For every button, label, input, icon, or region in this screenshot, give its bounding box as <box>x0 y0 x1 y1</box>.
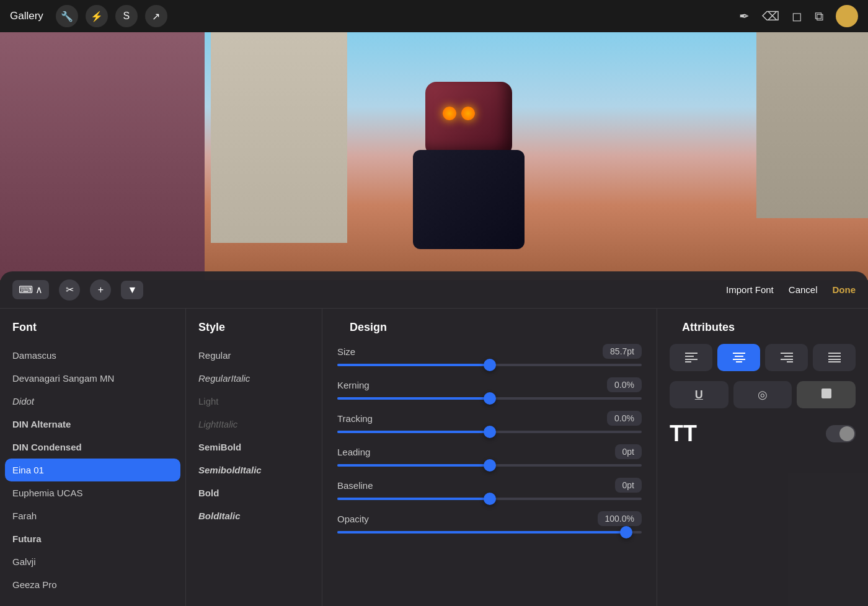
font-item-galvji[interactable]: Galvji <box>0 550 185 573</box>
baseline-slider[interactable] <box>337 498 642 500</box>
toolbar-row: ⌨ ∧ ✂ + ▼ Import Font Cancel Done <box>0 271 868 309</box>
building-left <box>0 32 205 280</box>
svg-rect-2 <box>685 359 698 360</box>
font-item-din-alternate[interactable]: DIN Alternate <box>0 413 185 436</box>
baseline-label: Baseline <box>337 480 373 491</box>
tracking-slider-thumb[interactable] <box>484 426 496 438</box>
baseline-value: 0pt <box>615 478 642 493</box>
design-row-kerning: Kerning 0.0% <box>337 377 642 400</box>
align-right-button[interactable] <box>765 344 808 371</box>
style-column: Style Regular RegularItalic Light LightI… <box>186 309 322 606</box>
style-regular-italic[interactable]: RegularItalic <box>186 367 322 390</box>
font-column-header: Font <box>0 321 185 344</box>
import-font-button[interactable]: Import Font <box>726 284 774 295</box>
cancel-button[interactable]: Cancel <box>789 284 818 295</box>
scissors-button[interactable]: ✂ <box>59 279 80 301</box>
layers-icon[interactable]: ⧉ <box>815 9 823 24</box>
tracking-label: Tracking <box>337 413 373 424</box>
add-button[interactable]: + <box>90 279 111 301</box>
size-value: 85.7pt <box>603 344 642 359</box>
tracking-value: 0.0% <box>607 411 642 426</box>
format-buttons-row: U ◎ <box>670 381 856 408</box>
svg-rect-1 <box>685 356 694 357</box>
underline-button[interactable]: U <box>670 381 728 408</box>
font-item-devanagari[interactable]: Devanagari Sangam MN <box>0 367 185 390</box>
eraser-icon[interactable]: ⌫ <box>762 9 779 24</box>
opacity-value: 100.0% <box>598 511 642 526</box>
baseline-slider-fill <box>337 498 490 500</box>
svg-rect-12 <box>828 353 841 354</box>
style-bold-italic[interactable]: BoldItalic <box>186 504 322 527</box>
font-item-futura[interactable]: Futura <box>0 527 185 550</box>
robot-eye-left <box>443 107 456 120</box>
leading-slider-thumb[interactable] <box>484 459 496 472</box>
dropdown-button[interactable]: ▼ <box>121 281 143 299</box>
svg-rect-0 <box>685 353 698 354</box>
font-item-euphemia[interactable]: Euphemia UCAS <box>0 481 185 504</box>
style-light-italic[interactable]: LightItalic <box>186 413 322 436</box>
top-bar-left: Gallery 🔧 ⚡ S ↗ <box>10 5 167 27</box>
tracking-slider[interactable] <box>337 431 642 433</box>
done-button[interactable]: Done <box>833 284 856 295</box>
outline-button[interactable]: ◎ <box>733 381 792 408</box>
pen-icon[interactable]: ✒ <box>739 9 750 24</box>
font-item-din-condensed[interactable]: DIN Condensed <box>0 436 185 459</box>
align-left-button[interactable] <box>670 344 712 371</box>
kerning-label: Kerning <box>337 380 370 390</box>
font-item-eina01[interactable]: Eina 01 <box>5 459 180 481</box>
align-center-button[interactable] <box>717 344 760 371</box>
style-semibold[interactable]: SemiBold <box>186 436 322 459</box>
style-semibold-italic[interactable]: SemiboldItalic <box>186 459 322 481</box>
baseline-slider-thumb[interactable] <box>484 493 496 505</box>
robot-body <box>382 82 556 280</box>
kerning-slider-thumb[interactable] <box>484 392 496 405</box>
kerning-slider[interactable] <box>337 397 642 400</box>
gallery-label: Gallery <box>10 10 43 22</box>
tt-label: TT <box>670 421 697 447</box>
style-light[interactable]: Light <box>186 390 322 413</box>
strikethrough-button[interactable] <box>797 381 856 408</box>
s-tool-button[interactable]: S <box>115 5 138 27</box>
arrow-button[interactable]: ↗ <box>145 5 167 27</box>
design-column-header: Design <box>337 321 642 344</box>
svg-rect-10 <box>781 359 793 360</box>
design-label-row-leading: Leading 0pt <box>337 444 642 459</box>
tt-toggle[interactable] <box>826 425 856 442</box>
leading-slider-fill <box>337 464 490 467</box>
align-left-icon <box>685 353 698 362</box>
design-row-baseline: Baseline 0pt <box>337 478 642 500</box>
size-slider[interactable] <box>337 364 642 366</box>
wrench-button[interactable]: 🔧 <box>56 5 78 27</box>
panel-columns: Font Damascus Devanagari Sangam MN Didot… <box>0 309 868 606</box>
font-item-damascus[interactable]: Damascus <box>0 344 185 367</box>
robot-torso <box>413 150 525 249</box>
leading-value: 0pt <box>615 444 642 459</box>
svg-rect-9 <box>784 356 793 357</box>
font-item-didot[interactable]: Didot <box>0 390 185 413</box>
building-right <box>756 32 868 218</box>
keyboard-button[interactable]: ⌨ ∧ <box>12 280 49 299</box>
design-label-row-tracking: Tracking 0.0% <box>337 411 642 426</box>
align-justify-icon <box>828 353 841 362</box>
bottom-panel: ⌨ ∧ ✂ + ▼ Import Font Cancel Done Font D… <box>0 271 868 606</box>
top-bar: Gallery 🔧 ⚡ S ↗ ✒ ⌫ ◻ ⧉ <box>0 0 868 32</box>
style-regular[interactable]: Regular <box>186 344 322 367</box>
opacity-slider-thumb[interactable] <box>620 526 632 538</box>
design-row-tracking: Tracking 0.0% <box>337 411 642 433</box>
svg-rect-15 <box>828 361 841 362</box>
avatar[interactable] <box>836 5 858 27</box>
style-bold[interactable]: Bold <box>186 481 322 504</box>
align-justify-button[interactable] <box>813 344 856 371</box>
opacity-slider[interactable] <box>337 531 642 534</box>
lightning-button[interactable]: ⚡ <box>86 5 108 27</box>
attributes-column-header: Attributes <box>670 321 856 344</box>
leading-slider[interactable] <box>337 464 642 467</box>
toggle-knob <box>839 426 854 441</box>
rubber-icon[interactable]: ◻ <box>792 9 802 24</box>
kerning-slider-fill <box>337 397 490 400</box>
opacity-slider-fill <box>337 531 626 534</box>
tt-row: TT <box>670 421 856 447</box>
font-item-farah[interactable]: Farah <box>0 504 185 527</box>
font-item-geeza[interactable]: Geeza Pro <box>0 573 185 596</box>
size-slider-thumb[interactable] <box>484 359 496 371</box>
